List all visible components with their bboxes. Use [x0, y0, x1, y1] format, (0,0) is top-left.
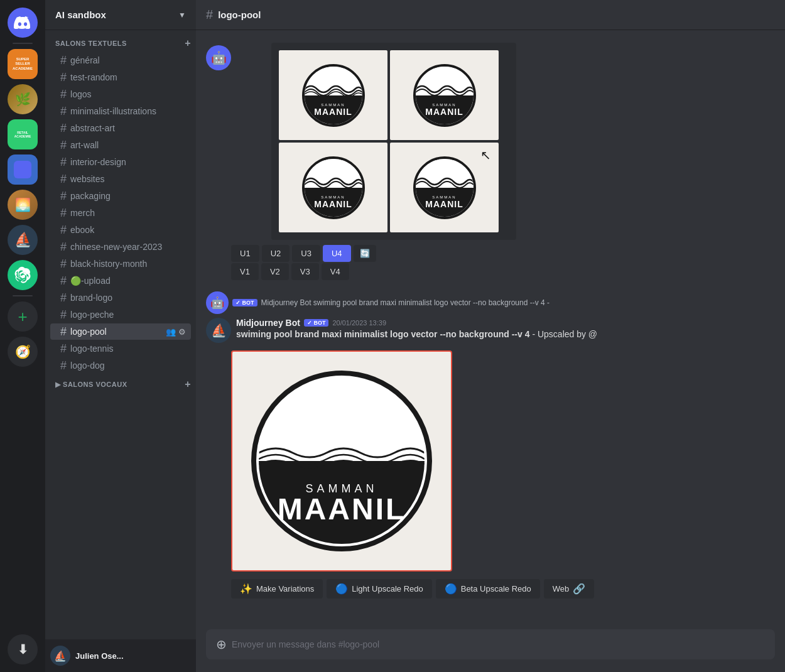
message-input-wrapper: ⊕ [206, 629, 775, 659]
large-logo-svg: SAMMAN MAANIL [238, 357, 445, 565]
channel-action-icons: 👥 ⚙ [166, 327, 186, 337]
variation-4-button[interactable]: V4 [322, 263, 349, 280]
channel-header-name: logo-pool [218, 9, 261, 20]
hash-icon: # [60, 241, 67, 252]
upscale-4-button[interactable]: U4 [323, 245, 351, 262]
chevron-down-icon: ▼ [178, 11, 186, 19]
vocal-channels-section: ▶ SALONS VOCAUX + [45, 376, 196, 393]
user-area: ⛵ Julien Ose... [45, 639, 196, 672]
refresh-button[interactable]: 🔄 [354, 245, 376, 262]
message-input-area: ⊕ [196, 629, 785, 672]
logo-image-grid: SAMMAN MAANIL [279, 50, 499, 232]
channel-item-upload[interactable]: #🟢-upload [50, 273, 191, 289]
channel-item-merch[interactable]: #merch [50, 205, 191, 221]
sidebar-header[interactable]: AI sandbox ▼ [45, 0, 196, 30]
channel-item-packaging[interactable]: #packaging [50, 188, 191, 204]
channel-item-test-random[interactable]: #test-random [50, 69, 191, 85]
channel-item-websites[interactable]: #websites [50, 171, 191, 187]
web-button[interactable]: Web 🔗 [544, 579, 595, 599]
channel-item-ebook[interactable]: #ebook [50, 222, 191, 238]
web-label: Web [553, 584, 570, 593]
grid-cell-4: SAMMAN MAANIL ↖ [390, 143, 499, 232]
hash-icon: # [60, 89, 67, 100]
server-icon-add[interactable]: + [8, 301, 38, 332]
beta-upscale-button[interactable]: 🔵 Beta Upscale Redo [436, 579, 540, 599]
bot-message-header: ⛵ Midjourney Bot ✓ BOT 20/01/2023 13:39 … [196, 315, 785, 345]
channel-header: # logo-pool [196, 0, 785, 30]
light-upscale-button[interactable]: 🔵 Light Upscale Redo [327, 579, 431, 599]
server-icon-explore[interactable]: 🧭 [8, 337, 38, 367]
make-variations-button[interactable]: ✨ Make Variations [231, 579, 323, 599]
bot-timestamp: 20/01/2023 13:39 [332, 319, 386, 327]
channel-sidebar: AI sandbox ▼ SALONS TEXTUELS + #général … [45, 0, 196, 672]
grid-cell-3: SAMMAN MAANIL [279, 143, 387, 232]
channel-item-logo-tennis[interactable]: #logo-tennis [50, 340, 191, 357]
upscale-3-button[interactable]: U3 [292, 245, 320, 262]
bot-message-meta: Midjourney Bot ✓ BOT 20/01/2023 13:39 sw… [236, 318, 597, 343]
add-attachment-button[interactable]: ⊕ [216, 629, 227, 659]
channel-item-logo-peche[interactable]: #logo-peche [50, 306, 191, 323]
members-icon: 👥 [166, 327, 176, 337]
sparkle-icon: ✨ [240, 583, 252, 595]
channel-item-logo-dog[interactable]: #logo-dog [50, 357, 191, 374]
add-text-channel-icon[interactable]: + [185, 38, 191, 49]
hash-icon: # [60, 309, 67, 320]
hash-icon: # [60, 72, 67, 83]
beta-upscale-icon: 🔵 [445, 583, 457, 595]
upscaled-image-container[interactable]: SAMMAN MAANIL [231, 350, 452, 572]
text-channels-label: SALONS TEXTUELS [55, 40, 127, 47]
channel-item-general[interactable]: #général [50, 52, 191, 68]
server-icon-chatgpt[interactable] [8, 260, 38, 290]
channel-item-minimalist[interactable]: #minimalist-illustrations [50, 103, 191, 119]
add-vocal-channel-icon[interactable]: + [185, 379, 191, 390]
light-upscale-icon: 🔵 [335, 583, 348, 595]
variation-1-button[interactable]: V1 [231, 263, 259, 280]
vocal-channels-header[interactable]: ▶ SALONS VOCAUX + [45, 376, 196, 393]
variation-2-button[interactable]: V2 [261, 263, 289, 280]
vocal-channels-label: ▶ SALONS VOCAUX [55, 381, 127, 389]
server-icon-discord[interactable] [8, 8, 38, 38]
channel-item-black-history[interactable]: #black-history-month [50, 256, 191, 272]
upscale-buttons-row: U1 U2 U3 U4 🔄 [231, 245, 785, 262]
channel-item-interior[interactable]: #interior-design [50, 154, 191, 170]
main-content: # logo-pool 🤖 [196, 0, 785, 672]
bot-name-row: Midjourney Bot ✓ BOT 20/01/2023 13:39 [236, 318, 597, 328]
server-icon-4[interactable] [8, 154, 38, 185]
hash-icon: # [60, 139, 67, 151]
cursor-icon: ↖ [480, 148, 491, 163]
server-icon-2[interactable]: 🌿 [8, 84, 38, 114]
make-variations-label: Make Variations [256, 584, 314, 593]
server-icon-6[interactable]: ⛵ [8, 225, 38, 255]
text-channels-section: SALONS TEXTUELS + #général #test-random … [45, 35, 196, 374]
hash-icon: # [60, 207, 67, 219]
bot-avatar-1: 🤖 [206, 45, 231, 70]
prompt-text: swiming pool brand maxi minimalist logo … [236, 329, 530, 339]
variation-3-button[interactable]: V3 [291, 263, 319, 280]
grid-cell-1: SAMMAN MAANIL [279, 50, 387, 140]
channel-item-logos[interactable]: #logos [50, 86, 191, 102]
messages-area[interactable]: 🤖 [196, 30, 785, 629]
channel-item-art-wall[interactable]: #art-wall [50, 137, 191, 153]
bot-message-avatar: ⛵ [206, 318, 231, 343]
svg-text:MAANIL: MAANIL [278, 492, 406, 526]
message-input[interactable] [232, 632, 765, 657]
hash-icon: # [60, 55, 67, 66]
upscale-2-button[interactable]: U2 [262, 245, 290, 262]
channel-item-chinese[interactable]: #chinese-new-year-2023 [50, 239, 191, 255]
server-icon-5[interactable]: 🌅 [8, 190, 38, 220]
server-icon-super-seller[interactable]: SUPERSELLERACADEMIE [8, 49, 38, 79]
channel-item-brand-logo[interactable]: #brand-logo [50, 290, 191, 306]
server-icon-retail[interactable]: RETAILACADEMIE [8, 119, 38, 149]
upscaled-message-group: 🤖 ✓ BOT Midjourney Bot swiming pool bran… [196, 290, 785, 601]
user-avatar: ⛵ [50, 646, 70, 666]
upscale-1-button[interactable]: U1 [231, 245, 259, 262]
hash-icon: # [60, 258, 67, 269]
hash-icon: # [60, 173, 67, 185]
channel-item-abstract[interactable]: #abstract-art [50, 120, 191, 136]
bottom-action-buttons: ✨ Make Variations 🔵 Light Upscale Redo 🔵… [196, 577, 785, 601]
text-channels-header[interactable]: SALONS TEXTUELS + [45, 35, 196, 51]
hash-icon: # [60, 224, 67, 236]
server-icon-download[interactable]: ⬇ [8, 634, 38, 664]
channel-item-logo-pool[interactable]: # logo-pool 👥 ⚙ [50, 323, 191, 340]
settings-icon: ⚙ [178, 327, 186, 337]
